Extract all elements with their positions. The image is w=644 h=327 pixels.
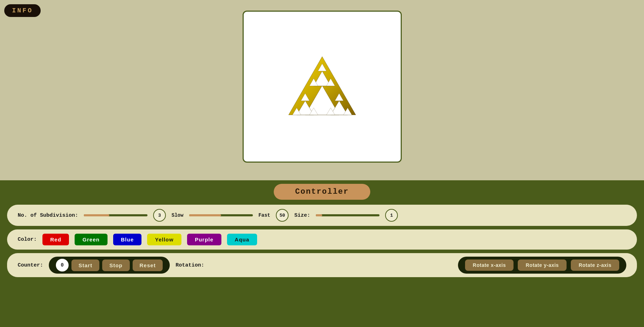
speed-slow-label: Slow [172, 212, 184, 218]
speed-value: 50 [276, 209, 289, 222]
reset-button[interactable]: Reset [133, 259, 163, 271]
color-aqua-button[interactable]: Aqua [227, 234, 257, 245]
color-label: Color: [18, 237, 37, 243]
color-red-button[interactable]: Red [42, 234, 69, 245]
rotate-y-button[interactable]: Rotate y-axis [518, 259, 567, 271]
size-slider-fill [316, 214, 322, 216]
size-value: 1 [385, 209, 398, 222]
stop-button[interactable]: Stop [102, 259, 129, 271]
rotate-z-button[interactable]: Rotate z-axis [571, 259, 619, 271]
color-blue-button[interactable]: Blue [113, 234, 142, 245]
rotation-group: Rotate x-axis Rotate y-axis Rotate z-axi… [458, 257, 626, 274]
counter-row: Counter: 0 Start Stop Reset Rotation: Ro… [7, 253, 637, 277]
color-row: Color: Red Green Blue Yellow Purple Aqua [7, 229, 637, 250]
size-slider-track[interactable] [316, 214, 379, 216]
color-green-button[interactable]: Green [75, 234, 107, 245]
size-label: Size: [294, 212, 310, 218]
subdivision-value: 3 [153, 209, 166, 222]
subdivision-slider-fill [84, 214, 109, 216]
counter-display: 0 Start Stop Reset [49, 257, 170, 274]
speed-fast-label: Fast [259, 212, 271, 218]
counter-value: 0 [56, 259, 69, 271]
subdivision-label: No. of Subdivision: [18, 212, 78, 218]
canvas-frame [243, 11, 402, 163]
subdivision-slider-track[interactable] [84, 214, 147, 216]
color-yellow-button[interactable]: Yellow [147, 234, 181, 245]
sliders-row: No. of Subdivision: 3 Slow Fast 50 Size:… [7, 205, 637, 226]
start-button[interactable]: Start [71, 259, 99, 271]
color-purple-button[interactable]: Purple [187, 234, 221, 245]
control-panel: Controller No. of Subdivision: 3 Slow Fa… [0, 180, 644, 327]
rotation-label: Rotation: [175, 262, 204, 268]
counter-label: Counter: [18, 262, 43, 268]
rotate-x-button[interactable]: Rotate x-axis [465, 259, 514, 271]
speed-slider-track[interactable] [189, 214, 253, 216]
speed-slider-fill [189, 214, 221, 216]
controller-title: Controller [274, 184, 370, 200]
info-button[interactable]: INFO [4, 4, 41, 17]
sierpinski-triangle [287, 55, 358, 118]
